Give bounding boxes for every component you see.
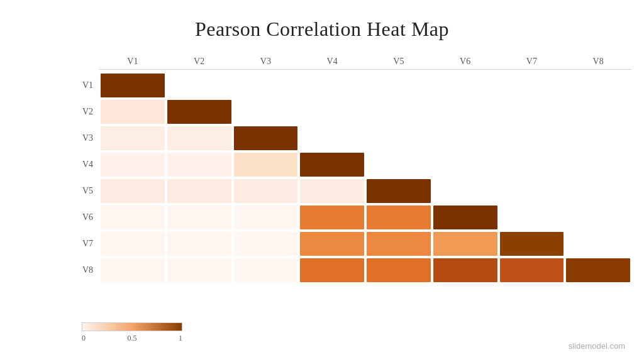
legend: 0 0.5 1: [82, 322, 182, 343]
cell-v5-v2: [167, 179, 231, 203]
cell-v7-v6: [433, 232, 497, 256]
cell-v2-v1: [101, 100, 165, 124]
cell-v3-v1: [101, 126, 165, 150]
cell-v4-v4: [300, 153, 364, 177]
row-label-v4: V4: [69, 151, 99, 178]
col-header-v3: V3: [233, 57, 299, 67]
cell-v8-v5: [367, 258, 431, 282]
heatmap-row-v4: V4: [69, 151, 631, 178]
heatmap-row-v1: V1: [69, 72, 631, 99]
cell-v6-v3: [234, 206, 298, 229]
cell-v6-v5: [367, 206, 431, 229]
cell-v3-v3: [234, 126, 298, 150]
col-header-v6: V6: [432, 57, 499, 67]
heatmap-row-v7: V7: [69, 231, 631, 257]
cell-v7-v4: [300, 232, 364, 256]
row-label-v5: V5: [69, 178, 99, 204]
cell-v8-v2: [167, 258, 231, 282]
legend-max-label: 1: [179, 334, 182, 343]
cell-v7-v3: [234, 232, 298, 256]
watermark: slidemodel.com: [569, 341, 625, 351]
cell-v7-v5: [367, 232, 431, 256]
heatmap-row-v5: V5: [69, 178, 631, 204]
cell-v5-v5: [367, 179, 431, 203]
legend-mid-label: 0.5: [128, 334, 137, 343]
col-header-v1: V1: [99, 57, 166, 67]
row-label-v7: V7: [69, 231, 99, 257]
page-title: Pearson Correlation Heat Map: [0, 0, 644, 51]
heatmap-row-v8: V8: [69, 257, 631, 283]
legend-color-bar: [82, 322, 182, 331]
row-label-v8: V8: [69, 257, 99, 283]
column-headers: V1V2V3V4V5V6V7V8: [69, 57, 631, 67]
cell-v8-v3: [234, 258, 298, 282]
row-label-v3: V3: [69, 125, 99, 151]
heatmap-row-v2: V2: [69, 99, 631, 125]
row-label-v2: V2: [69, 99, 99, 125]
cell-v6-v4: [300, 206, 364, 229]
row-label-v1: V1: [69, 72, 99, 99]
col-header-v7: V7: [499, 57, 565, 67]
col-header-v2: V2: [166, 57, 233, 67]
col-header-v5: V5: [365, 57, 432, 67]
cell-v5-v1: [101, 179, 165, 203]
cell-v4-v1: [101, 153, 165, 177]
cell-v4-v2: [167, 153, 231, 177]
heatmap-row-v6: V6: [69, 204, 631, 231]
cell-v6-v6: [433, 206, 497, 229]
cell-v7-v1: [101, 232, 165, 256]
legend-min-label: 0: [82, 334, 86, 343]
cell-v6-v2: [167, 206, 231, 229]
cell-v8-v8: [566, 258, 630, 282]
cell-v7-v7: [500, 232, 564, 256]
heatmap-grid: V1V2V3V4V5V6V7V8: [69, 72, 631, 283]
cell-v8-v7: [500, 258, 564, 282]
cell-v3-v2: [167, 126, 231, 150]
col-header-v4: V4: [299, 57, 365, 67]
cell-v5-v4: [300, 179, 364, 203]
row-label-v6: V6: [69, 204, 99, 231]
cell-v2-v2: [167, 100, 231, 124]
cell-v4-v3: [234, 153, 298, 177]
cell-v1-v1: [101, 74, 165, 97]
col-header-v8: V8: [565, 57, 631, 67]
cell-v6-v1: [101, 206, 165, 229]
cell-v8-v4: [300, 258, 364, 282]
cell-v7-v2: [167, 232, 231, 256]
heatmap-row-v3: V3: [69, 125, 631, 151]
cell-v5-v3: [234, 179, 298, 203]
cell-v8-v1: [101, 258, 165, 282]
cell-v8-v6: [433, 258, 497, 282]
